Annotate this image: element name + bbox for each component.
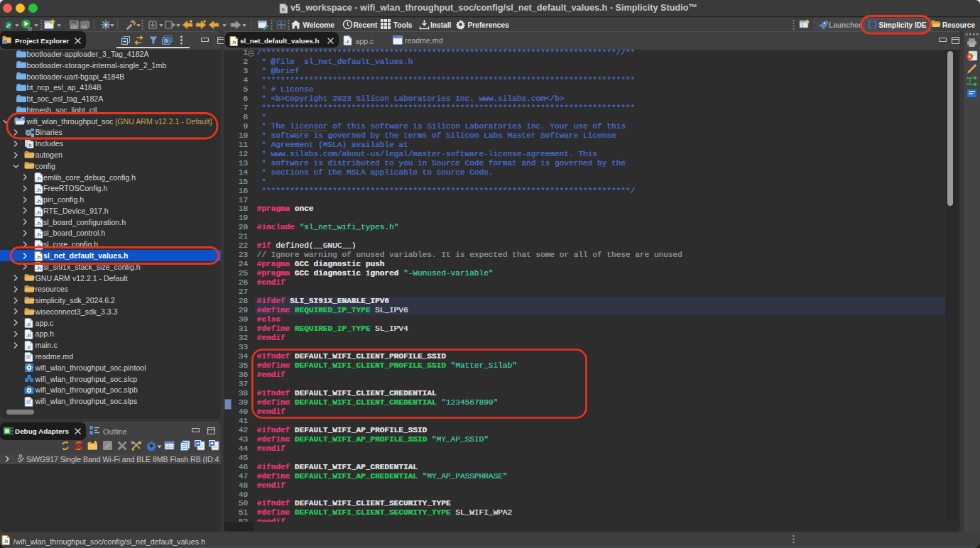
- svg-text:h: h: [28, 143, 31, 148]
- svg-text:Si: Si: [164, 38, 168, 43]
- svg-text:.h: .h: [36, 265, 40, 272]
- svg-text:.c: .c: [26, 344, 31, 350]
- svg-text:.h: .h: [36, 220, 40, 226]
- svg-text:.h: .h: [36, 175, 40, 182]
- svg-text:.h: .h: [36, 231, 40, 238]
- svg-text:.h: .h: [26, 332, 31, 339]
- svg-text:.h: .h: [36, 243, 40, 249]
- svg-text:.c: .c: [345, 38, 349, 45]
- svg-text:.h: .h: [36, 254, 40, 261]
- svg-text:.c: .c: [26, 322, 31, 328]
- svg-text:.h: .h: [36, 187, 40, 193]
- svg-text:.h: .h: [36, 209, 40, 216]
- svg-text:.h: .h: [36, 198, 40, 204]
- svg-text:.h: .h: [231, 39, 236, 45]
- svg-text:h: h: [282, 7, 285, 12]
